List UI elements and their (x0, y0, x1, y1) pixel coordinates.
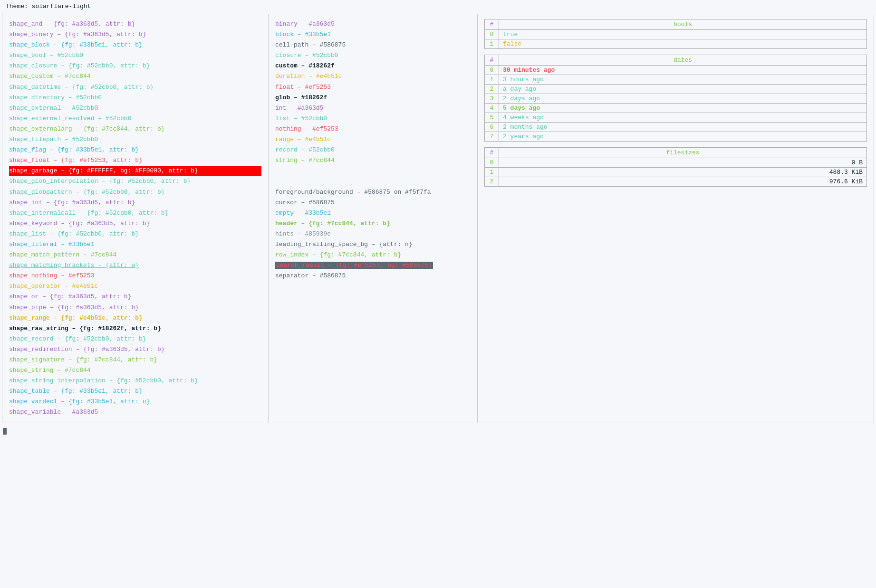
mid-line-8: glob – #18262f (275, 93, 471, 103)
middle-panel: binary – #a363d5 block – #33b5e1 cell-pa… (269, 14, 478, 423)
dates-col-num: # (485, 55, 499, 66)
bools-row-1-val: false (499, 39, 867, 49)
table-row: 2 976.6 KiB (485, 177, 867, 187)
dates-row-3-val: 2 days ago (499, 94, 867, 104)
dates-row-5-num: 5 (485, 113, 499, 123)
table-row: 5 4 weeks ago (485, 113, 867, 123)
left-line-24: shape_matching_brackets – {attr: u} (9, 260, 261, 271)
dates-row-7-num: 7 (485, 132, 499, 142)
filesizes-row-2-num: 2 (485, 177, 499, 187)
left-line-11: shape_externalarg – {fg: #7cc844, attr: … (9, 124, 261, 134)
table-row: 0 true (485, 30, 867, 39)
mid-line-18: header – {fg: #7cc844, attr: b} (275, 218, 471, 229)
dates-row-4-val: 5 days ago (499, 104, 867, 113)
dates-row-0-val: 30 minutes ago (499, 66, 867, 75)
left-line-9: shape_external – #52cbb0 (9, 103, 261, 114)
mid-spacer2 (275, 176, 471, 187)
mid-line-5: custom – #18262f (275, 61, 471, 71)
bools-table: # bools 0 true 1 false (484, 19, 867, 49)
left-line-3: shape_block – {fg: #33b5e1, attr: b} (9, 40, 261, 50)
bools-row-1-num: 1 (485, 39, 499, 49)
left-panel: shape_and – {fg: #a363d5, attr: b} shape… (2, 14, 269, 423)
dates-row-0-num: 0 (485, 66, 499, 75)
dates-row-1-val: 3 hours ago (499, 75, 867, 85)
left-line-38: shape_variable – #a363d5 (9, 407, 261, 417)
filesizes-row-2-val: 976.6 KiB (499, 177, 867, 187)
mid-line-14: string – #7cc844 (275, 155, 471, 166)
left-line-14: shape_float – {fg: #ef5253, attr: b} (9, 155, 261, 166)
left-line-31: shape_record – {fg: #52cbb0, attr: b} (9, 334, 261, 344)
left-line-32: shape_redirection – {fg: #a363d5, attr: … (9, 344, 261, 355)
filesizes-row-1-val: 488.3 KiB (499, 168, 867, 177)
left-line-12: shape_filepath – #52cbb0 (9, 134, 261, 145)
dates-row-6-val: 2 months ago (499, 123, 867, 132)
mid-line-4: closure – #52cbb0 (275, 50, 471, 61)
mid-line-23: separator – #586875 (275, 271, 471, 281)
mid-line-12: range – #e4b51c (275, 134, 471, 145)
table-row: 3 2 days ago (485, 94, 867, 104)
dates-row-4-num: 4 (485, 104, 499, 113)
left-line-36: shape_table – {fg: #33b5e1, attr: b} (9, 386, 261, 397)
left-line-2: shape_binary – {fg: #a363d5, attr: b} (9, 29, 261, 40)
cursor-line (0, 425, 876, 436)
left-line-6: shape_custom – #7cc844 (9, 71, 261, 82)
table-row: 2 a day ago (485, 85, 867, 94)
dates-col-label: dates (499, 55, 867, 66)
left-line-15: shape_garbage – {fg: #FFFFFF, bg: #FF000… (9, 166, 261, 176)
mid-line-21: row_index – {fg: #7cc844, attr: b} (275, 250, 471, 260)
cursor-block (3, 428, 7, 435)
left-line-22: shape_literal – #33b5e1 (9, 239, 261, 250)
mid-line-1: binary – #a363d5 (275, 19, 471, 29)
left-line-16: shape_glob_interpolation – {fg: #52cbb0,… (9, 176, 261, 187)
left-line-35: shape_string_interpolation – {fg: #52cbb… (9, 376, 261, 386)
left-line-23: shape_match_pattern – #7cc844 (9, 250, 261, 260)
mid-line-22: search_result – {fg: #ef5253, bg: #58687… (275, 260, 471, 271)
right-panel: # bools 0 true 1 false # dates (478, 14, 874, 423)
left-line-19: shape_internalcall – {fg: #52cbb0, attr:… (9, 208, 261, 218)
filesizes-col-label: filesizes (499, 148, 867, 158)
left-line-20: shape_keyword – {fg: #a363d5, attr: b} (9, 218, 261, 229)
left-line-4: shape_bool – #52cbb0 (9, 50, 261, 61)
theme-label: Theme: solarflare-light (0, 0, 876, 13)
bools-row-0-val: true (499, 30, 867, 39)
mid-line-6: duration – #e4b51c (275, 71, 471, 82)
left-line-28: shape_pipe – {fg: #a363d5, attr: b} (9, 303, 261, 313)
filesizes-row-0-val: 0 B (499, 158, 867, 168)
dates-row-3-num: 3 (485, 94, 499, 104)
dates-row-7-val: 2 years ago (499, 132, 867, 142)
left-line-21: shape_list – {fg: #52cbb0, attr: b} (9, 229, 261, 239)
mid-line-9: int – #a363d5 (275, 103, 471, 114)
left-line-29: shape_range – {fg: #e4b51c, attr: b} (9, 313, 261, 323)
filesizes-row-0-num: 0 (485, 158, 499, 168)
mid-line-10: list – #52cbb0 (275, 114, 471, 124)
table-row: 6 2 months ago (485, 123, 867, 132)
left-line-27: shape_or – {fg: #a363d5, attr: b} (9, 292, 261, 302)
mid-line-2: block – #33b5e1 (275, 29, 471, 40)
mid-line-16: cursor – #586875 (275, 198, 471, 208)
left-line-1: shape_and – {fg: #a363d5, attr: b} (9, 19, 261, 29)
left-line-25: shape_nothing – #ef5253 (9, 271, 261, 281)
left-line-26: shape_operator – #e4b51c (9, 281, 261, 292)
filesizes-row-1-num: 1 (485, 168, 499, 177)
mid-line-15: foreground/background – #586875 on #f5f7… (275, 187, 471, 198)
mid-line-3: cell-path – #586875 (275, 40, 471, 50)
dates-row-5-val: 4 weeks ago (499, 113, 867, 123)
left-line-10: shape_external_resolved – #52cbb0 (9, 114, 261, 124)
left-line-34: shape_string – #7cc844 (9, 365, 261, 376)
mid-line-17: empty – #33b5e1 (275, 208, 471, 218)
bools-col-label: bools (499, 19, 867, 30)
left-line-17: shape_globpattern – {fg: #52cbb0, attr: … (9, 187, 261, 198)
table-row: 0 0 B (485, 158, 867, 168)
left-line-33: shape_signature – {fg: #7cc844, attr: b} (9, 355, 261, 365)
bools-col-num: # (485, 19, 499, 30)
bools-row-0-num: 0 (485, 30, 499, 39)
mid-line-7: float – #ef5253 (275, 82, 471, 93)
table-row: 1 3 hours ago (485, 75, 867, 85)
left-line-37: shape_vardecl – {fg: #33b5e1, attr: u} (9, 397, 261, 407)
left-line-8: shape_directory – #52cbb0 (9, 93, 261, 103)
left-line-18: shape_int – {fg: #a363d5, attr: b} (9, 198, 261, 208)
table-row: 1 false (485, 39, 867, 49)
mid-line-13: record – #52cbb0 (275, 145, 471, 155)
dates-row-2-num: 2 (485, 85, 499, 94)
left-line-30: shape_raw_string – {fg: #18262f, attr: b… (9, 323, 261, 334)
